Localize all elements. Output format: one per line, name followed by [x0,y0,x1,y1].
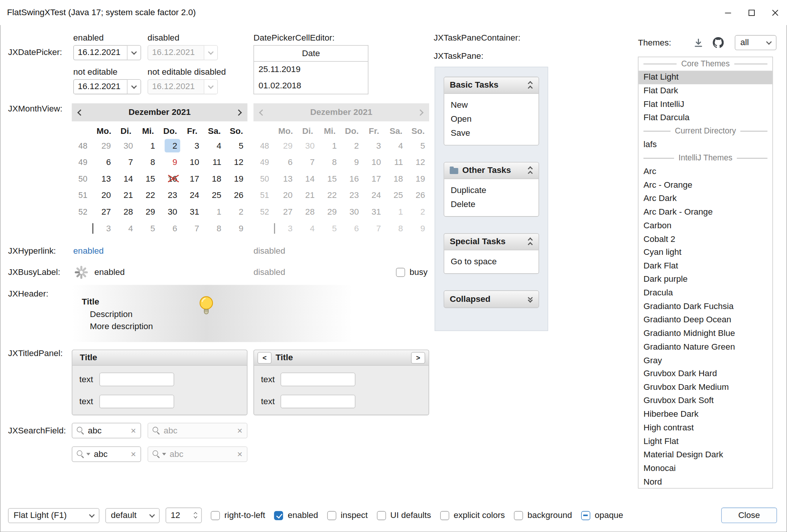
table-row[interactable]: 01.02.2018 [254,78,368,94]
calendar-day[interactable]: 26 [225,187,247,204]
calendar-day[interactable]: 9 [159,154,181,171]
checkbox-box[interactable] [274,511,283,520]
calendar-day[interactable]: 22 [137,187,159,204]
calendar-day[interactable]: 16 [159,171,181,187]
titledpanel-next-button[interactable]: > [411,352,425,363]
theme-list-item[interactable]: Light Flat [638,435,772,449]
calendar-day[interactable]: 27 [93,204,115,220]
option-checkbox[interactable]: background [514,510,572,520]
calendar-day[interactable]: 20 [93,187,115,204]
checkbox-box[interactable] [211,511,220,520]
theme-list-item[interactable]: Gradianto Dark Fuchsia [638,300,772,314]
calendar-day[interactable]: 7 [115,154,137,171]
theme-list-item[interactable]: Gruvbox Dark Medium [638,381,772,394]
theme-list-item[interactable]: Gruvbox Dark Hard [638,367,772,381]
datepicker-noteditable[interactable]: 16.12.2021 [73,79,141,94]
checkbox-box[interactable] [377,511,386,520]
theme-list-item[interactable]: Arc - Orange [638,179,772,192]
titledpanel-prev-button[interactable]: < [258,352,272,363]
theme-list-item[interactable]: Hiberbee Dark [638,408,772,422]
clear-icon[interactable]: × [131,450,136,459]
task-link[interactable]: Duplicate [451,185,532,195]
taskpane-header[interactable]: Other Tasks [444,163,539,179]
calendar-day[interactable]: 30 [159,204,181,220]
theme-list-item[interactable]: Arc [638,165,772,179]
download-icon[interactable] [693,38,704,48]
calendar-day[interactable]: 23 [159,187,181,204]
option-checkbox[interactable]: explicit colors [440,510,505,520]
calendar-day[interactable]: 2 [159,137,181,154]
checkbox-box[interactable] [440,511,449,520]
theme-list-item[interactable]: Arc Dark - Orange [638,206,772,219]
taskpane-header[interactable]: Special Tasks [444,234,539,250]
github-icon[interactable] [713,37,724,48]
theme-list-item[interactable]: Flat Dark [638,84,772,98]
close-window-button[interactable] [763,0,787,25]
theme-list-item[interactable]: Material Design Dark [638,448,772,462]
theme-list-item[interactable]: Cobalt 2 [638,232,772,246]
datepicker-value[interactable]: 16.12.2021 [74,48,127,58]
themes-filter-combo[interactable]: all [735,35,776,50]
close-button[interactable]: Close [721,508,777,523]
calendar-day[interactable]: 9 [225,220,247,237]
calendar-day[interactable]: 29 [137,204,159,220]
calendar-day[interactable]: 19 [225,171,247,187]
task-link[interactable]: Delete [451,199,532,209]
checkbox-box[interactable] [581,511,590,520]
checkbox-box[interactable] [514,511,523,520]
theme-list-item[interactable]: Flat Darcula [638,111,772,125]
text-input[interactable] [99,395,174,408]
datepicker-dropdown-button[interactable] [127,46,141,60]
theme-list-item[interactable]: Monocai [638,462,772,476]
checkbox-box[interactable] [396,268,405,277]
datepicker-dropdown-button[interactable] [127,80,141,94]
datepicker-enabled[interactable]: 16.12.2021 [73,45,141,60]
task-link[interactable]: Save [451,129,532,138]
text-input[interactable] [280,373,355,386]
theme-list-item[interactable]: Flat Light [638,71,772,84]
clear-icon[interactable]: × [131,426,136,435]
searchfield-enabled[interactable]: abc × [72,423,141,438]
theme-list-item[interactable]: Dracula [638,286,772,300]
theme-list-item[interactable]: Gradianto Deep Ocean [638,314,772,327]
option-checkbox[interactable]: UI defaults [377,510,431,520]
theme-list-item[interactable]: Gruvbox Dark Soft [638,394,772,408]
calendar-day[interactable]: 17 [181,171,203,187]
table-row[interactable]: 25.11.2019 [254,62,368,78]
theme-list-item[interactable]: Dark purple [638,273,772,287]
theme-list-item[interactable]: Carbon [638,219,772,233]
font-size-spinner[interactable]: 12 [165,508,201,523]
theme-list-item[interactable]: Flat IntelliJ [638,97,772,111]
search-input[interactable]: abc [94,449,127,459]
calendar-day[interactable]: 5 [137,220,159,237]
calendar-day[interactable]: 3 [93,220,115,237]
spinner-buttons[interactable] [194,512,197,518]
theme-list-item[interactable]: Arc Dark [638,192,772,206]
spinner-value[interactable]: 12 [171,510,180,520]
search-input[interactable]: abc [88,425,127,435]
option-checkbox[interactable]: opaque [581,510,623,520]
calendar-day[interactable]: 25 [203,187,225,204]
task-link[interactable]: Open [451,115,532,124]
calendar-day[interactable]: 1 [203,204,225,220]
calendar-day[interactable]: 8 [203,220,225,237]
calendar-day[interactable]: 21 [115,187,137,204]
calendar-day[interactable]: 15 [137,171,159,187]
font-combo[interactable]: default [105,508,160,523]
taskpane-header[interactable]: Collapsed [444,291,539,308]
theme-list-item[interactable]: Gray [638,354,772,367]
calendar-day[interactable]: 24 [181,187,203,204]
searchfield-menu-enabled[interactable]: abc × [72,446,141,462]
next-month-button[interactable] [236,109,242,116]
calendar-day[interactable]: 4 [203,137,225,154]
calendar-day[interactable]: 14 [115,171,137,187]
calendar-day[interactable]: 6 [159,220,181,237]
calendar-day[interactable]: 5 [225,137,247,154]
calendar-day[interactable]: 1 [137,137,159,154]
task-link[interactable]: Go to space [451,257,532,267]
theme-list-item[interactable]: Nord [638,475,772,488]
option-checkbox[interactable]: right-to-left [211,510,265,520]
calendar-day[interactable]: 31 [181,204,203,220]
busy-checkbox[interactable]: busy [396,267,428,277]
task-link[interactable]: New [451,100,532,110]
